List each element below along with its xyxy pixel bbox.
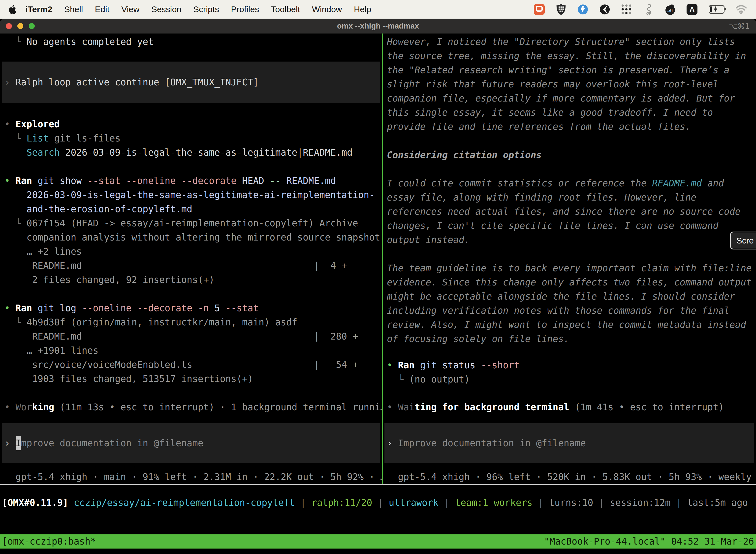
menu-bar: iTerm2ShellEditViewSessionScriptsProfile…	[0, 0, 756, 19]
text-segment: session:12m	[610, 497, 671, 508]
text-segment: └	[4, 37, 26, 47]
text-segment: ›	[387, 436, 398, 450]
text-segment: List	[26, 133, 49, 144]
menu-item-help[interactable]: Help	[348, 4, 377, 14]
text-segment	[176, 175, 181, 186]
text-segment	[32, 303, 38, 314]
reasoning-heading: Considering citation options	[387, 148, 756, 162]
tmux-status-bar: [omx-cczip0:bash* "MacBook-Pro-44.local"…	[0, 535, 756, 549]
prompt-history-box[interactable]: › Ralph loop active continue [OMX_TMUX_I…	[2, 62, 380, 103]
pane-right[interactable]: However, I noticed the "Directory Struct…	[383, 34, 756, 484]
dots-grid-glyph	[622, 4, 631, 14]
text-segment	[68, 497, 74, 508]
dots-grid-icon[interactable]	[621, 3, 632, 15]
explored-header: • Explored	[4, 117, 382, 131]
text-segment: Ran	[16, 175, 32, 186]
text-segment: --stat	[87, 175, 121, 186]
stat-line: 1903 files changed, 513517 insertions(+)	[4, 372, 382, 386]
reasoning-line: changes, I can't cite specific file line…	[387, 219, 756, 233]
menu-item-session[interactable]: Session	[145, 4, 187, 14]
text-segment: └	[4, 317, 26, 328]
text-segment: |	[593, 497, 610, 508]
shield-grid-icon[interactable]	[555, 3, 567, 15]
commit-line: └ 4b9d30f (origin/main, instructkr/main,…	[4, 315, 382, 329]
text-segment: Improve documentation in @filename	[398, 436, 586, 450]
blue-bolt-badge-icon[interactable]	[577, 3, 589, 15]
menu-item-iterm2[interactable]: iTerm2	[21, 4, 58, 14]
prompt-input-right[interactable]: › Improve documentation in @filename	[384, 423, 754, 463]
text-segment	[131, 303, 137, 314]
menu-item-scripts[interactable]: Scripts	[187, 4, 225, 14]
prompt-input-left[interactable]: › Improve documentation in @filename	[2, 423, 380, 463]
pane-divider[interactable]	[382, 34, 383, 484]
text-segment	[264, 175, 270, 186]
reasoning-line: I could cite commit statistics or refere…	[387, 176, 756, 190]
menu-item-edit[interactable]: Edit	[89, 4, 116, 14]
window-title: omx --xhigh --madmax	[0, 21, 756, 31]
pane-left[interactable]: └ No agents completed yet› Ralph loop ac…	[0, 34, 382, 484]
text-segment: 067f154 (HEAD -> essay/ai-reimplementati…	[26, 218, 358, 229]
a-app-icon[interactable]: A	[686, 3, 698, 15]
tmux-session-label: [omx-cczip0:bash*	[2, 535, 96, 549]
text-segment	[281, 175, 286, 186]
screen-tooltip[interactable]: Scre	[730, 232, 756, 250]
apple-icon[interactable]	[9, 4, 17, 14]
spacer	[387, 247, 756, 261]
text-segment: |	[671, 497, 687, 508]
spacer	[387, 414, 756, 423]
text-segment: 2026-03-09-is-legal-the-same-as-legitima…	[60, 147, 353, 158]
wifi-icon[interactable]	[735, 3, 747, 15]
omx-status-segments: [OMX#0.11.9] cczip/essay/ai-reimplementa…	[2, 496, 756, 510]
text-segment: git	[38, 175, 54, 186]
text-segment: including verification notes with those …	[387, 305, 730, 316]
squiggle-icon[interactable]	[642, 3, 654, 15]
text-segment: team:1 workers	[455, 497, 532, 508]
text-segment: and	[702, 178, 724, 189]
text-segment: essay file, along with finding root file…	[387, 192, 696, 203]
text-segment: ting for background terminal	[415, 402, 569, 412]
menu-item-view[interactable]: View	[115, 4, 145, 14]
text-segment: show	[54, 175, 87, 186]
chat-app-icon[interactable]	[533, 3, 545, 15]
text-segment: --short	[481, 360, 520, 371]
text-segment: •	[4, 119, 16, 129]
text-segment: README.md | 4 +	[4, 260, 347, 271]
menu-item-toolbelt[interactable]: Toolbelt	[265, 4, 306, 14]
text-segment: Ran	[16, 303, 32, 314]
stat-line: README.md | 4 +	[4, 259, 382, 273]
dial-61-label: ..61	[667, 8, 673, 12]
text-segment: (11m 13s • esc to interrupt) · 1 backgro…	[54, 402, 382, 412]
reasoning-line: of focusing solely on file lines.	[387, 332, 756, 346]
file-path-line: and-the-erosion-of-copyleft.md	[4, 202, 382, 216]
menu-item-window[interactable]: Window	[306, 4, 348, 14]
session-status-line: gpt-5.4 xhigh · main · 91% left · 2.31M …	[4, 470, 382, 484]
text-segment: |	[439, 497, 455, 508]
reasoning-line: provide file and line references from th…	[387, 120, 756, 134]
spacer	[387, 463, 756, 470]
menu-item-shell[interactable]: Shell	[58, 4, 89, 14]
text-segment: might be acceptable alongside the file l…	[387, 291, 735, 302]
spacer	[4, 287, 382, 301]
dial-61-icon[interactable]: ..61	[664, 3, 676, 15]
text-segment: HEAD	[242, 175, 264, 186]
waiting-status-line: • Waiting for background terminal (1m 41…	[387, 400, 756, 414]
text-segment: •	[387, 360, 398, 371]
reasoning-line: the "Related research writing" section i…	[387, 63, 756, 77]
chat-app-glyph	[534, 4, 545, 15]
window-shortcut-badge: ⌥⌘1	[729, 22, 750, 31]
text-segment: --decorate	[137, 303, 192, 314]
text-segment: git	[420, 360, 437, 371]
text-segment: last:5m ago	[687, 497, 748, 508]
text-segment: README.md	[652, 178, 702, 189]
menu-item-profiles[interactable]: Profiles	[225, 4, 265, 14]
text-segment	[4, 147, 26, 158]
record-circle-icon[interactable]	[599, 3, 611, 15]
text-segment	[32, 175, 38, 186]
horizontal-separator	[0, 484, 756, 485]
battery-icon[interactable]	[708, 3, 725, 15]
ran-git-status: • Ran git status --short	[387, 358, 756, 372]
text-segment	[121, 175, 126, 186]
text-segment: README.md	[286, 175, 336, 186]
text-segment: git ls-files	[49, 133, 121, 144]
text-segment: |	[372, 497, 389, 508]
